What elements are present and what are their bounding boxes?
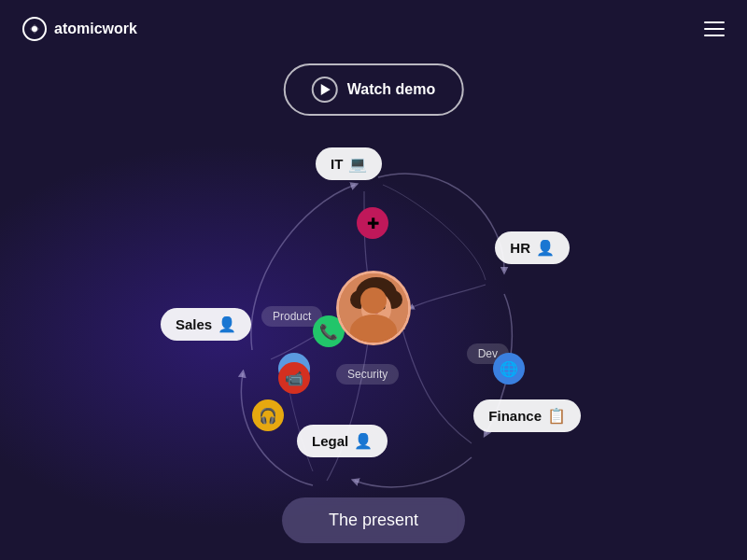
it-icon: 💻 bbox=[348, 155, 367, 173]
sales-icon: 👤 bbox=[218, 315, 236, 333]
logo-text: atomicwork bbox=[54, 21, 137, 37]
sales-label: Sales bbox=[176, 316, 212, 332]
hamburger-line-3 bbox=[704, 35, 725, 36]
logo: atomicwork bbox=[22, 17, 137, 41]
headset-icon-float: 🎧 bbox=[252, 399, 284, 431]
it-node: IT 💻 bbox=[316, 147, 382, 180]
hr-node: HR 👤 bbox=[495, 231, 570, 264]
legal-icon: 👤 bbox=[354, 432, 373, 450]
hamburger-line-1 bbox=[704, 21, 725, 23]
bottom-pill-label: The present bbox=[329, 511, 418, 529]
finance-label: Finance bbox=[488, 408, 542, 424]
hr-label: HR bbox=[510, 240, 530, 256]
svg-point-7 bbox=[368, 305, 373, 310]
product-label: Product bbox=[261, 306, 322, 327]
finance-node: Finance 📋 bbox=[473, 399, 581, 432]
legal-node: Legal 👤 bbox=[297, 425, 388, 457]
svg-point-8 bbox=[381, 305, 386, 310]
svg-point-9 bbox=[374, 312, 378, 315]
video-icon-float: 📹 bbox=[278, 362, 310, 394]
svg-point-1 bbox=[32, 26, 37, 32]
svg-point-4 bbox=[350, 290, 369, 309]
watch-demo-button[interactable]: Watch demo bbox=[284, 63, 464, 116]
hr-icon: 👤 bbox=[536, 239, 555, 257]
avatar bbox=[336, 271, 411, 345]
cross-icon-float: ✚ bbox=[357, 207, 388, 239]
bottom-pill: The present bbox=[282, 497, 465, 543]
sales-node: Sales 👤 bbox=[161, 308, 251, 341]
svg-rect-11 bbox=[372, 326, 381, 337]
legal-label: Legal bbox=[312, 433, 348, 449]
hamburger-menu[interactable] bbox=[704, 21, 725, 36]
globe-icon-float: 🌐 bbox=[493, 353, 525, 385]
security-label: Security bbox=[336, 364, 399, 385]
finance-icon: 📋 bbox=[547, 407, 566, 425]
it-label: IT bbox=[331, 156, 343, 172]
svg-point-6 bbox=[361, 292, 391, 326]
play-triangle-icon bbox=[321, 84, 331, 95]
play-circle-icon bbox=[312, 77, 338, 103]
connections-diagram: IT 💻 HR 👤 Sales 👤 Finance 📋 Legal 👤 Prod… bbox=[140, 121, 607, 495]
watch-demo-label: Watch demo bbox=[347, 81, 436, 98]
avatar-image bbox=[339, 273, 408, 343]
logo-icon bbox=[22, 17, 47, 41]
hamburger-line-2 bbox=[704, 28, 725, 30]
svg-rect-10 bbox=[358, 334, 395, 343]
navbar: atomicwork bbox=[0, 0, 747, 58]
